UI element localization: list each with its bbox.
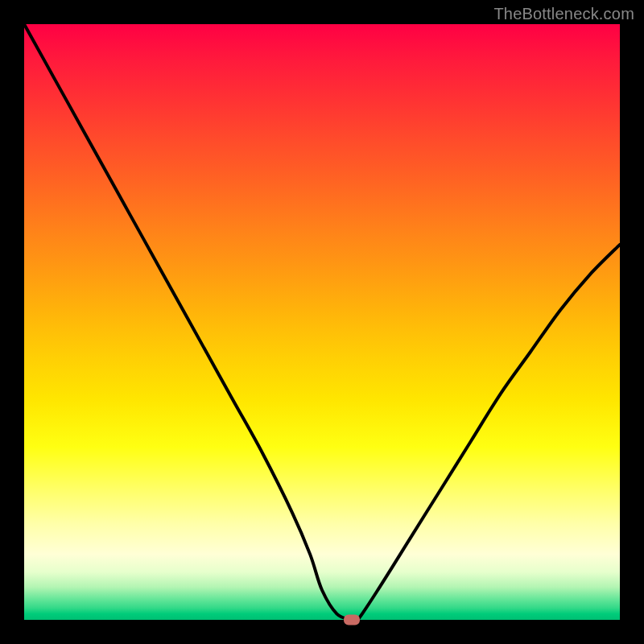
watermark-text: TheBottleneck.com [493, 5, 634, 23]
curve-path [24, 24, 620, 623]
chart-plot-area [24, 24, 620, 620]
chart-frame: TheBottleneck.com [0, 0, 644, 644]
bottleneck-curve [24, 24, 620, 620]
optimal-point-marker [344, 615, 360, 625]
